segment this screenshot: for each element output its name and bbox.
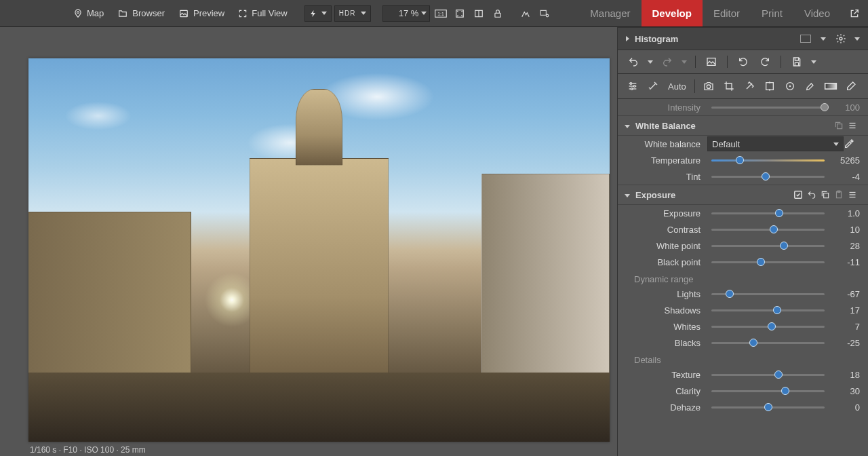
wb-mode-dropdown[interactable]: Default (707, 136, 844, 151)
shadows-label: Shadows (618, 305, 707, 316)
tab-manager[interactable]: Manager (579, 0, 641, 26)
clarity-slider[interactable] (711, 390, 825, 392)
flash-dropdown[interactable] (304, 5, 332, 22)
rotate-right-button[interactable] (757, 54, 772, 69)
blacks-slider[interactable] (711, 342, 825, 344)
image-viewer[interactable]: 1/160 s · F10 · ISO 100 · 25 mm (0, 27, 617, 456)
undo-button[interactable] (626, 54, 641, 69)
dehaze-row: Dehaze 0 (618, 399, 868, 415)
preview-button[interactable]: Preview (173, 0, 230, 26)
ground-shape (28, 373, 610, 442)
map-label: Map (87, 8, 104, 18)
sliders-icon (627, 81, 638, 92)
copy-settings-button[interactable] (834, 121, 848, 130)
camera-tool[interactable] (702, 79, 715, 93)
overexposure-button[interactable] (517, 5, 534, 22)
radial-tool[interactable] (783, 79, 797, 93)
toggle-check-button[interactable] (793, 190, 807, 200)
tint-row: Tint -4 (618, 168, 868, 185)
mode-tabs: Manager Develop Editor Print Video (579, 0, 868, 26)
exposure-slider[interactable] (711, 212, 825, 214)
whites-slider[interactable] (711, 326, 825, 328)
gear-icon[interactable] (835, 33, 846, 44)
save-preset-button[interactable] (789, 54, 804, 69)
exposure-value: 1.0 (829, 208, 860, 218)
intensity-slider[interactable] (711, 107, 825, 109)
brush-tool[interactable] (804, 79, 817, 93)
map-button[interactable]: Map (68, 0, 109, 26)
svg-point-0 (77, 11, 79, 13)
chevron-down-icon[interactable] (811, 60, 816, 64)
auto-button[interactable]: Auto (667, 81, 688, 92)
lights-value: -67 (829, 289, 860, 299)
fullview-button[interactable]: Full View (233, 0, 293, 26)
dehaze-slider[interactable] (711, 406, 825, 408)
whitebalance-header[interactable]: White Balance (618, 115, 868, 136)
settings-image-button[interactable] (536, 5, 553, 22)
snapshot-button[interactable] (704, 54, 719, 69)
redo-icon (661, 56, 673, 67)
redeye-tool[interactable] (763, 79, 776, 93)
lights-slider[interactable] (711, 293, 825, 295)
rect-icon[interactable] (800, 35, 811, 43)
zoom-field[interactable]: 17 % (382, 5, 430, 22)
redo-button[interactable] (660, 54, 675, 69)
copy-button[interactable] (821, 190, 834, 200)
wb-picker-button[interactable] (844, 138, 860, 149)
tab-develop[interactable]: Develop (642, 0, 703, 26)
chevron-down-icon[interactable] (854, 37, 860, 41)
browser-button[interactable]: Browser (112, 0, 170, 26)
chevron-down-icon[interactable] (648, 60, 653, 64)
spot-tool[interactable] (743, 79, 756, 93)
hdr-dropdown[interactable]: HDR (334, 5, 372, 22)
svg-rect-7 (495, 13, 500, 17)
eraser-tool[interactable] (844, 79, 858, 93)
crop-tool[interactable] (722, 79, 736, 93)
popout-button[interactable] (841, 0, 868, 26)
blacks-label: Blacks (618, 338, 707, 348)
whites-value: 7 (829, 322, 860, 332)
dehaze-value: 0 (829, 402, 860, 413)
compare-button[interactable] (471, 5, 487, 22)
tab-video[interactable]: Video (793, 0, 841, 26)
exposure-header[interactable]: Exposure (618, 185, 868, 205)
tint-slider[interactable] (711, 176, 825, 178)
eyedropper-icon (844, 138, 854, 149)
blackpoint-slider[interactable] (711, 261, 825, 263)
camera-icon (703, 81, 715, 92)
whitepoint-slider[interactable] (711, 245, 825, 247)
temperature-label: Temperature (618, 155, 707, 166)
contrast-slider[interactable] (711, 229, 825, 231)
shadows-slider[interactable] (711, 309, 825, 311)
pin-icon (73, 9, 83, 18)
menu-button[interactable] (848, 121, 861, 130)
flash-icon (309, 9, 317, 18)
lock-button[interactable] (490, 5, 506, 22)
paste-button[interactable] (834, 190, 848, 200)
rotate-left-button[interactable] (736, 54, 751, 69)
zoom-fit-button[interactable] (452, 5, 468, 22)
svg-rect-24 (825, 83, 836, 89)
blackpoint-row: Black point -11 (618, 254, 868, 270)
tab-editor[interactable]: Editor (703, 0, 751, 26)
texture-slider[interactable] (711, 374, 825, 376)
tab-print[interactable]: Print (751, 0, 793, 26)
adjustments-scroll[interactable]: Style Neutral Intensity 100 White Balanc… (618, 99, 868, 456)
sliders-button[interactable] (626, 79, 639, 93)
svg-point-23 (789, 86, 790, 86)
gradient-tool[interactable] (824, 79, 837, 93)
details-label: Details (618, 351, 868, 366)
reset-button[interactable] (807, 190, 821, 200)
temperature-row: Temperature 5265 (618, 152, 868, 168)
histogram-header[interactable]: Histogram (618, 27, 868, 50)
tint-value: -4 (829, 172, 860, 182)
texture-row: Texture 18 (618, 366, 868, 383)
contrast-label: Contrast (618, 225, 707, 235)
menu-button[interactable] (848, 191, 861, 199)
chevron-down-icon[interactable] (821, 37, 826, 41)
zoom-1to1-button[interactable]: 1:1 (433, 5, 449, 22)
separator (694, 79, 695, 93)
wand-icon (648, 81, 658, 92)
magic-button[interactable] (646, 79, 660, 93)
temperature-slider[interactable] (711, 159, 825, 162)
